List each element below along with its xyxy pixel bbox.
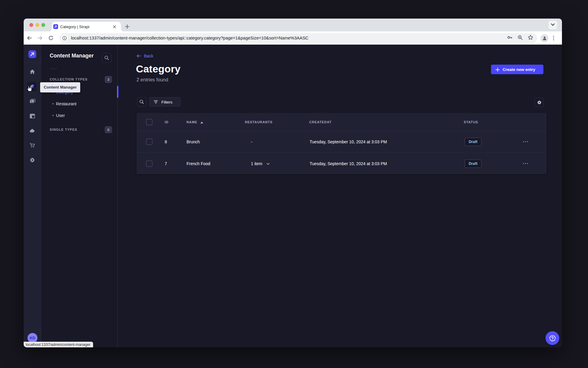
menu-icon[interactable] <box>549 34 558 42</box>
link-status-bubble: localhost:1337/admin/content-manager <box>24 342 93 347</box>
search-icon[interactable] <box>102 53 112 63</box>
subnav-item-user[interactable]: User <box>42 111 117 120</box>
select-all-checkbox[interactable] <box>146 119 152 125</box>
window-zoom-button[interactable] <box>41 23 45 27</box>
row-checkbox[interactable] <box>146 139 152 145</box>
address-bar[interactable]: localhost:1337/admin/content-manager/col… <box>59 33 537 43</box>
filters-button[interactable]: Filters <box>149 97 181 107</box>
reload-icon[interactable] <box>46 34 55 42</box>
sidebar-item-settings[interactable] <box>28 155 37 165</box>
subnav-item-restaurant[interactable]: Restaurant <box>42 99 117 108</box>
window-close-button[interactable] <box>29 23 33 27</box>
section-label-collection-types: COLLECTION TYPES <box>50 77 88 81</box>
sidebar-item-content-type-builder[interactable] <box>28 111 37 121</box>
collection-types-count-badge: 3 <box>105 76 112 83</box>
back-icon[interactable] <box>25 34 34 42</box>
status-badge: Draft <box>465 138 481 146</box>
sidebar-item-cloud[interactable] <box>28 126 37 136</box>
sort-ascending-icon[interactable] <box>200 119 203 125</box>
desktop-backdrop: Category | Strapi <box>0 0 588 368</box>
gear-icon[interactable] <box>534 98 544 107</box>
mouse-cursor <box>27 85 32 93</box>
active-item-indicator <box>117 86 119 98</box>
subnav-title: Content Manager <box>50 53 94 59</box>
table-row[interactable]: 8 Brunch - Tuesday, September 10, 2024 a… <box>137 131 547 153</box>
section-label-single-types: SINGLE TYPES <box>50 128 77 131</box>
divider <box>24 330 41 330</box>
url-text[interactable]: localhost:1337/admin/content-manager/col… <box>71 33 308 43</box>
single-types-count-badge: 0 <box>105 126 112 133</box>
profile-icon[interactable] <box>540 34 548 42</box>
site-info-icon[interactable] <box>61 35 68 41</box>
content-manager-tooltip: Content Manager <box>40 82 80 92</box>
row-actions-icon[interactable] <box>522 139 529 145</box>
column-header-createdat[interactable]: CREATEDAT <box>309 120 331 124</box>
content-area: Back Category 2 entries found Create new… <box>118 45 562 347</box>
tab-close-icon[interactable] <box>111 24 118 30</box>
sidebar-item-media-library[interactable] <box>28 97 37 106</box>
sidebar-item-home[interactable] <box>28 67 37 77</box>
main-nav: KD <box>24 45 41 347</box>
new-tab-icon[interactable] <box>123 22 132 31</box>
column-header-id[interactable]: ID <box>165 120 169 124</box>
table-row[interactable]: 7 French Food 1 item Tuesday, September … <box>137 153 547 174</box>
search-icon[interactable] <box>137 97 146 107</box>
entries-table: ID NAME RESTAURANTS CREATEDAT STATUS 8 B… <box>137 113 547 174</box>
window-minimize-button[interactable] <box>35 23 39 27</box>
page-title: Category <box>136 63 181 75</box>
divider <box>50 69 57 69</box>
row-actions-icon[interactable] <box>522 160 529 167</box>
star-icon[interactable] <box>528 34 534 42</box>
status-badge: Draft <box>465 159 481 168</box>
bullet-icon <box>52 103 54 104</box>
browser-window: Category | Strapi <box>24 19 562 347</box>
column-header-restaurants[interactable]: RESTAURANTS <box>245 120 272 124</box>
tab-title: Category | Strapi <box>60 22 89 31</box>
strapi-favicon-icon <box>53 24 58 29</box>
strapi-logo[interactable] <box>28 50 36 58</box>
column-header-status[interactable]: STATUS <box>464 120 478 124</box>
bullet-icon <box>52 115 54 116</box>
zoom-icon[interactable] <box>517 35 523 42</box>
chevron-down-icon[interactable] <box>266 161 270 166</box>
sidebar-item-marketplace[interactable] <box>28 141 37 150</box>
divider <box>24 63 41 63</box>
column-header-name[interactable]: NAME <box>187 120 197 124</box>
strapi-admin: KD Content Manager COLLECTION TYPES 3 Ca… <box>24 45 562 347</box>
help-button[interactable] <box>545 331 559 345</box>
entries-count: 2 entries found <box>137 77 168 83</box>
browser-tab[interactable]: Category | Strapi <box>52 22 121 31</box>
tab-strip: Category | Strapi <box>24 19 562 31</box>
browser-toolbar: localhost:1337/admin/content-manager/col… <box>24 31 562 45</box>
forward-icon[interactable] <box>36 34 45 42</box>
key-icon[interactable] <box>507 34 513 42</box>
row-checkbox[interactable] <box>146 160 152 167</box>
table-header: ID NAME RESTAURANTS CREATEDAT STATUS <box>137 113 547 131</box>
create-new-entry-button[interactable]: Create new entry <box>491 65 543 74</box>
tab-search-icon[interactable] <box>548 21 557 29</box>
